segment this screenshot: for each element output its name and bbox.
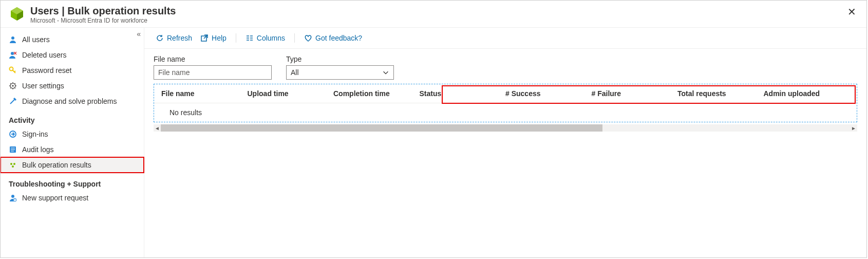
columns-icon <box>246 34 254 42</box>
table-header-row: File name Upload time Completion time St… <box>154 84 857 103</box>
sidebar: « All users Deleted users Password reset… <box>1 28 144 257</box>
toolbar: Refresh Help Columns Got feedback? <box>144 28 866 49</box>
columns-button[interactable]: Columns <box>243 33 287 43</box>
sidebar-item-deleted-users[interactable]: Deleted users <box>1 47 144 63</box>
gear-icon <box>9 82 17 90</box>
sidebar-section-activity: Activity <box>1 109 144 126</box>
sidebar-item-label: Diagnose and solve problems <box>22 97 117 105</box>
file-name-input[interactable] <box>154 65 272 80</box>
svg-point-25 <box>12 165 14 168</box>
svg-line-14 <box>10 83 11 84</box>
tools-icon <box>9 97 17 105</box>
toolbar-label: Columns <box>257 34 285 42</box>
sidebar-item-label: New support request <box>22 194 88 202</box>
external-link-icon <box>200 34 209 42</box>
col-completion-time[interactable]: Completion time <box>333 89 420 98</box>
svg-point-26 <box>11 195 14 198</box>
filters-row: File name Type All <box>144 49 866 84</box>
svg-line-15 <box>15 88 16 89</box>
horizontal-scrollbar[interactable]: ◄ ► <box>154 124 857 132</box>
col-admin-uploaded[interactable]: Admin uploaded <box>764 89 850 98</box>
col-total-requests[interactable]: Total requests <box>677 89 764 98</box>
svg-point-4 <box>11 52 14 55</box>
toolbar-label: Help <box>212 34 227 42</box>
scroll-left-arrow[interactable]: ◄ <box>154 124 161 132</box>
svg-point-9 <box>12 85 14 87</box>
col-upload-time[interactable]: Upload time <box>248 89 334 98</box>
page-header: Users | Bulk operation results Microsoft… <box>1 1 866 28</box>
feedback-button[interactable]: Got feedback? <box>302 33 364 43</box>
sidebar-section-troubleshoot: Troubleshooting + Support <box>1 173 144 190</box>
no-results-text: No results <box>169 108 202 117</box>
entra-cube-icon <box>9 6 25 22</box>
log-icon <box>9 145 17 154</box>
results-table: File name Upload time Completion time St… <box>154 84 857 122</box>
svg-line-17 <box>15 83 16 84</box>
svg-text:?: ? <box>14 198 16 201</box>
col-file-name[interactable]: File name <box>161 89 248 98</box>
col-success[interactable]: # Success <box>505 89 592 98</box>
user-icon <box>9 35 17 44</box>
signin-icon <box>9 130 17 138</box>
bulk-icon <box>9 161 17 169</box>
col-status[interactable]: Status <box>420 89 506 98</box>
sidebar-item-user-settings[interactable]: User settings <box>1 78 144 94</box>
sidebar-item-label: Password reset <box>22 66 71 75</box>
sidebar-item-signins[interactable]: Sign-ins <box>1 126 144 142</box>
support-icon: ? <box>9 194 17 202</box>
key-icon <box>9 66 17 75</box>
sidebar-item-audit-logs[interactable]: Audit logs <box>1 142 144 157</box>
sidebar-item-label: Bulk operation results <box>22 161 91 169</box>
type-select-value: All <box>291 68 299 77</box>
filter-label-type: Type <box>286 55 394 63</box>
heart-icon <box>304 34 312 42</box>
refresh-button[interactable]: Refresh <box>154 33 194 43</box>
sidebar-item-label: Deleted users <box>22 51 66 59</box>
sidebar-item-label: All users <box>22 35 50 44</box>
sidebar-item-bulk-results[interactable]: Bulk operation results <box>1 157 144 173</box>
svg-point-24 <box>13 163 15 165</box>
toolbar-label: Refresh <box>167 34 192 42</box>
refresh-icon <box>156 34 164 42</box>
sidebar-item-label: Sign-ins <box>22 130 48 138</box>
sidebar-item-label: Audit logs <box>22 145 53 154</box>
help-button[interactable]: Help <box>198 33 229 43</box>
filter-label-filename: File name <box>154 55 272 63</box>
svg-line-16 <box>10 88 11 89</box>
type-select[interactable]: All <box>286 65 394 80</box>
collapse-sidebar-button[interactable]: « <box>137 30 141 38</box>
scroll-thumb[interactable] <box>161 124 602 132</box>
chevron-down-icon <box>382 69 389 76</box>
sidebar-item-password-reset[interactable]: Password reset <box>1 63 144 78</box>
sidebar-item-new-support[interactable]: ? New support request <box>1 190 144 206</box>
sidebar-item-diagnose[interactable]: Diagnose and solve problems <box>1 94 144 109</box>
svg-point-3 <box>11 36 14 40</box>
scroll-right-arrow[interactable]: ► <box>850 124 857 132</box>
user-deleted-icon <box>9 51 17 59</box>
close-button[interactable]: ✕ <box>845 5 858 19</box>
toolbar-label: Got feedback? <box>315 34 362 42</box>
col-failure[interactable]: # Failure <box>592 89 678 98</box>
table-body: No results <box>154 103 857 122</box>
toolbar-separator <box>236 33 236 43</box>
sidebar-item-label: User settings <box>22 82 64 90</box>
page-subtitle: Microsoft - Microsoft Entra ID for workf… <box>30 17 845 24</box>
sidebar-item-all-users[interactable]: All users <box>1 32 144 47</box>
toolbar-separator <box>294 33 295 43</box>
page-title: Users | Bulk operation results <box>30 5 845 17</box>
svg-point-23 <box>10 163 12 165</box>
